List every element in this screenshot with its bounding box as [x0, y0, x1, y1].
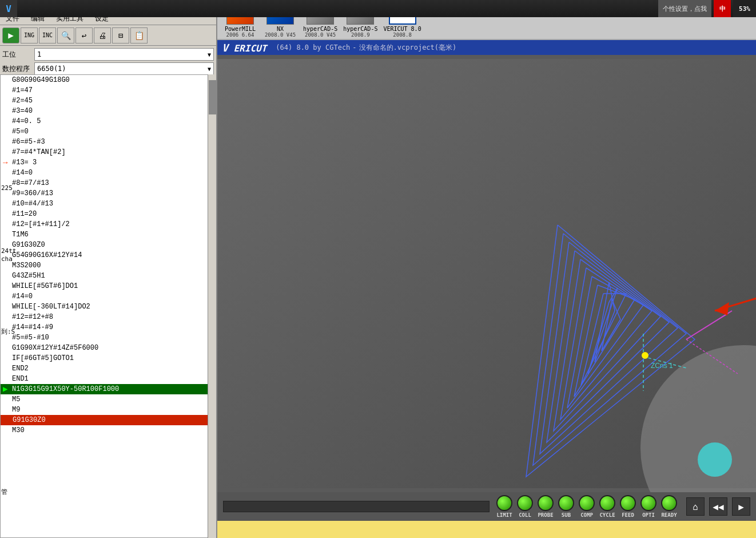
nc-line-13[interactable]: #11=20 [1, 209, 208, 219]
nc-line-23[interactable]: #12=#12+#8 [1, 312, 208, 322]
probe-label: PROBE [538, 512, 553, 518]
coll-label: COLL [519, 512, 531, 518]
nav-forward-button[interactable]: ▶ [732, 497, 750, 516]
left-edge-guan: 管 [0, 486, 9, 497]
opti-circle [640, 495, 656, 511]
progress-display: 53% [733, 0, 756, 17]
vericut-sublabel: 2008.8 [393, 32, 412, 38]
nc-line-0[interactable]: G80G90G49G18G0 [1, 75, 208, 85]
nc-line-18[interactable]: M3S2000 [1, 260, 208, 271]
opti-label: OPTI [642, 512, 655, 518]
nc-line-4[interactable]: #4=0. 5 [1, 116, 208, 126]
taskbar-logo: V [0, 0, 17, 17]
nc-line-8[interactable]: →#13= 3 [1, 157, 208, 168]
comp-circle [579, 495, 595, 511]
nc-line-34[interactable]: M30 [1, 425, 208, 436]
indicator-feed: FEED [620, 495, 636, 518]
nc-line-26[interactable]: G1G90X#12Y#14Z#5F6000 [1, 343, 208, 353]
hypercad2-label: hyperCAD-S [343, 26, 377, 32]
svg-point-2 [698, 442, 732, 477]
nc-line-10[interactable]: #8=#7/#13 [1, 178, 208, 188]
toolbar-btn-find[interactable]: 🔍 [57, 27, 74, 43]
nc-line-17[interactable]: G54G90G16X#12Y#14 [1, 250, 208, 260]
hypercad1-sublabel: 2008.0 V45 [305, 32, 336, 38]
nc-line-5[interactable]: #5=0 [1, 126, 208, 137]
powermill-sublabel: 2006 6.64 [226, 32, 254, 38]
toolbar-btn-2[interactable]: ING [21, 27, 38, 43]
left-edge-s: 到:S [0, 326, 16, 337]
toolbar-btn-extra[interactable]: 📋 [130, 27, 148, 43]
nc-line-29[interactable]: END1 [1, 374, 208, 384]
nc-line-21[interactable]: #14=0 [1, 291, 208, 302]
nc-line-1[interactable]: #1=47 [1, 85, 208, 96]
toolbar-btn-print[interactable]: 🖨 [94, 27, 111, 43]
indicator-sub: SUB [558, 495, 574, 518]
status-line [217, 521, 756, 538]
nc-line-2[interactable]: #2=45 [1, 96, 208, 106]
limit-circle [496, 495, 512, 511]
nx-label: NX [277, 26, 284, 32]
workpiece-select[interactable]: 1 ▼ [34, 48, 214, 61]
nc-line-32[interactable]: M9 [1, 405, 208, 415]
nc-scrollbar[interactable] [208, 74, 216, 538]
sub-label: SUB [562, 512, 571, 518]
nav-back-button[interactable]: ◀◀ [709, 497, 727, 516]
nc-program-label: 数控程序 [2, 64, 31, 74]
nc-line-24[interactable]: #14=#14-#9 [1, 322, 208, 333]
comp-label: COMP [580, 512, 593, 518]
indicator-opti: OPTI [640, 495, 656, 518]
nc-line-14[interactable]: #12=[#1+#11]/2 [1, 219, 208, 230]
toolbar: ▶ ING INC 🔍 ↩ 🖨 ⊟ 📋 [0, 25, 216, 46]
top-right-controls: 个性设置，点我 中 53% [658, 0, 756, 17]
toolbar-btn-undo[interactable]: ↩ [75, 27, 93, 43]
toolbar-btn-3[interactable]: INC [39, 27, 56, 43]
toolbar-btn-split[interactable]: ⊟ [112, 27, 129, 43]
feed-label: FEED [622, 512, 634, 518]
vericut-label: VERICUT 8.0 [383, 26, 421, 32]
probe-circle [538, 495, 554, 511]
nc-line-28[interactable]: END2 [1, 363, 208, 374]
nc-line-3[interactable]: #3=40 [1, 106, 208, 116]
nc-line-30[interactable]: ▶N1G3G15G91X50Y-50R100F1000 [1, 384, 208, 394]
workpiece-label: 工位 [2, 50, 31, 60]
powermill-label: PowerMILL [225, 26, 256, 32]
nc-line-9[interactable]: #14=0 [1, 168, 208, 178]
nc-scroll-thumb[interactable] [209, 80, 216, 114]
nc-line-20[interactable]: WHILE[#5GT#6]DO1 [1, 281, 208, 291]
language-button[interactable]: 中 [714, 0, 731, 17]
viewport[interactable]: ZCns 1 [217, 55, 756, 492]
nc-line-6[interactable]: #6=#5-#3 [1, 137, 208, 147]
limit-label: LIMIT [496, 512, 512, 518]
nc-line-25[interactable]: #5=#5-#10 [1, 333, 208, 343]
nc-line-11[interactable]: #9=360/#13 [1, 188, 208, 199]
nc-program-select[interactable]: 6650(1) ▼ [34, 62, 214, 75]
vericut-version: (64) 8.0 by CGTech [276, 43, 350, 52]
vericut-logo: V ERICUT [222, 42, 266, 54]
indicator-probe: PROBE [538, 495, 554, 518]
cycle-circle [599, 495, 615, 511]
nc-line-27[interactable]: IF[#6GT#5]GOTO1 [1, 353, 208, 363]
nc-line-12[interactable]: #10=#4/#13 [1, 199, 208, 209]
left-edge-24tt: 24ttcha [0, 246, 18, 264]
nc-line-22[interactable]: WHILE[-360LT#14]DO2 [1, 302, 208, 312]
indicator-limit: LIMIT [496, 495, 512, 518]
ready-label: READY [661, 512, 677, 518]
nx-sublabel: 2008.0 V45 [265, 32, 296, 38]
toolbar-btn-1[interactable]: ▶ [2, 27, 19, 43]
indicator-cycle: CYCLE [599, 495, 615, 518]
nc-line-31[interactable]: M5 [1, 394, 208, 405]
nc-line-19[interactable]: G43Z#5H1 [1, 271, 208, 281]
nc-line-15[interactable]: T1M6 [1, 230, 208, 240]
nc-line-33[interactable]: G91G30Z0 [1, 415, 208, 425]
nc-line-7[interactable]: #7=#4*TAN[#2] [1, 147, 208, 157]
nav-home-button[interactable]: ⌂ [686, 497, 705, 516]
progress-bar [223, 501, 490, 512]
settings-button[interactable]: 个性设置，点我 [658, 0, 711, 17]
svg-point-7 [642, 352, 648, 359]
workpiece-row: 工位 1 ▼ [2, 48, 214, 61]
nc-line-16[interactable]: G91G30Z0 [1, 240, 208, 250]
feed-circle [620, 495, 636, 511]
nc-code-area[interactable]: G80G90G49G18G0 #1=47 #2=45 #3=40 #4=0. 5… [0, 74, 209, 538]
ready-circle [661, 495, 677, 511]
vericut-title-bar: V ERICUT (64) 8.0 by CGTech - 没有命名的.vcpr… [217, 40, 756, 55]
